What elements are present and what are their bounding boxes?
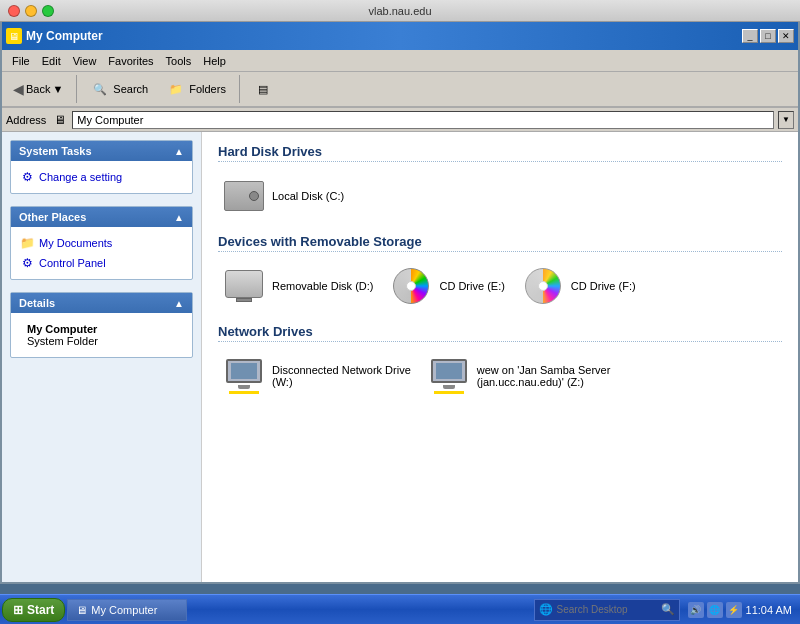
system-tasks-panel: System Tasks ▲ ⚙ Change a setting (10, 140, 193, 194)
cd-drive-f-item[interactable]: CD Drive (F:) (517, 264, 640, 308)
cd-drive-e-item[interactable]: CD Drive (E:) (385, 264, 508, 308)
menu-edit[interactable]: Edit (36, 53, 67, 69)
system-tasks-title: System Tasks (19, 145, 92, 157)
mac-minimize-button[interactable] (25, 5, 37, 17)
network-drive-w-row: Disconnected Network Drive(W:) (222, 358, 411, 394)
content-area: System Tasks ▲ ⚙ Change a setting Other … (2, 132, 798, 582)
cd-f-hole (538, 281, 548, 291)
details-info: My Computer System Folder (19, 319, 184, 351)
floppy-shape (225, 270, 263, 298)
cable-z (434, 391, 464, 394)
control-panel-label: Control Panel (39, 257, 106, 269)
other-places-title: Other Places (19, 211, 86, 223)
taskbar-search-area[interactable]: 🌐 🔍 (534, 599, 680, 621)
menubar: File Edit View Favorites Tools Help (2, 50, 798, 72)
start-button[interactable]: ⊞ Start (2, 598, 65, 622)
back-label: Back (26, 83, 50, 95)
window-title: My Computer (26, 29, 742, 43)
window-controls[interactable]: _ □ ✕ (742, 29, 794, 43)
other-places-collapse-icon[interactable]: ▲ (174, 212, 184, 223)
hdd-shape (224, 181, 264, 211)
toolbar: ◀ Back ▼ 🔍 Search 📁 Folders ▤ (2, 72, 798, 108)
monitor-screen-z (436, 363, 462, 379)
taskbar-my-computer[interactable]: 🖥 My Computer (67, 599, 187, 621)
monitor-w (226, 359, 262, 383)
minimize-button[interactable]: _ (742, 29, 758, 43)
taskbar-search-icon[interactable]: 🔍 (661, 603, 675, 616)
toolbar-separator-2 (239, 75, 240, 103)
mac-titlebar: vlab.nau.edu (0, 0, 800, 22)
menu-help[interactable]: Help (197, 53, 232, 69)
mac-close-button[interactable] (8, 5, 20, 17)
search-button[interactable]: 🔍 Search (83, 75, 155, 103)
network-drive-z-row: wew on 'Jan Samba Server(jan.ucc.nau.edu… (427, 358, 611, 394)
mac-title-text: vlab.nau.edu (369, 5, 432, 17)
change-setting-icon: ⚙ (19, 169, 35, 185)
taskbar-time: 11:04 AM (746, 604, 792, 616)
system-tasks-header: System Tasks ▲ (11, 141, 192, 161)
network-drive-z-item[interactable]: wew on 'Jan Samba Server(jan.ucc.nau.edu… (423, 354, 615, 398)
control-panel-item[interactable]: ⚙ Control Panel (19, 253, 184, 273)
network-computer-z (431, 359, 467, 394)
folders-label: Folders (189, 83, 226, 95)
tray-network-icon[interactable]: 🌐 (707, 602, 723, 618)
other-places-header: Other Places ▲ (11, 207, 192, 227)
address-label: Address (6, 114, 46, 126)
network-drive-z-label: wew on 'Jan Samba Server(jan.ucc.nau.edu… (477, 364, 611, 388)
maximize-button[interactable]: □ (760, 29, 776, 43)
folders-button[interactable]: 📁 Folders (159, 75, 233, 103)
taskbar: ⊞ Start 🖥 My Computer 🌐 🔍 🔊 🌐 ⚡ 11:04 AM (0, 594, 800, 624)
network-computer-w (226, 359, 262, 394)
details-name: My Computer (27, 323, 176, 335)
back-button[interactable]: ◀ Back ▼ (6, 75, 70, 103)
my-documents-icon: 📁 (19, 235, 35, 251)
removable-drive-grid: Removable Disk (D:) CD Drive (E:) (218, 256, 782, 316)
taskbar-globe-icon: 🌐 (539, 603, 553, 616)
taskbar-window-label: My Computer (91, 604, 157, 616)
menu-view[interactable]: View (67, 53, 103, 69)
local-disk-c-item[interactable]: Local Disk (C:) (218, 174, 348, 218)
control-panel-icon: ⚙ (19, 255, 35, 271)
cd-e-icon (389, 268, 433, 304)
change-setting-item[interactable]: ⚙ Change a setting (19, 167, 184, 187)
my-documents-label: My Documents (39, 237, 112, 249)
win-titlebar: 🖥 My Computer _ □ ✕ (2, 22, 798, 50)
hard-disk-grid: Local Disk (C:) (218, 166, 782, 226)
floppy-d-icon (222, 268, 266, 304)
local-disk-c-label: Local Disk (C:) (272, 190, 344, 202)
change-setting-label: Change a setting (39, 171, 122, 183)
back-dropdown-icon: ▼ (52, 83, 63, 95)
removable-disk-d-label: Removable Disk (D:) (272, 280, 373, 292)
menu-tools[interactable]: Tools (160, 53, 198, 69)
tray-sound-icon[interactable]: 🔊 (688, 602, 704, 618)
mac-maximize-button[interactable] (42, 5, 54, 17)
left-panel: System Tasks ▲ ⚙ Change a setting Other … (2, 132, 202, 582)
network-drive-w-item[interactable]: Disconnected Network Drive(W:) (218, 354, 415, 398)
right-panel: Hard Disk Drives Local Disk (C:) Devices… (202, 132, 798, 582)
tray-power-icon[interactable]: ⚡ (726, 602, 742, 618)
net-drive-w-icon (222, 358, 266, 394)
menu-favorites[interactable]: Favorites (102, 53, 159, 69)
monitor-stand-w (238, 385, 250, 389)
net-drive-z-icon (427, 358, 471, 394)
cd-f-icon (521, 268, 565, 304)
address-dropdown[interactable]: ▼ (778, 111, 794, 129)
address-input[interactable]: My Computer (72, 111, 774, 129)
removable-section-title: Devices with Removable Storage (218, 234, 782, 252)
removable-disk-d-item[interactable]: Removable Disk (D:) (218, 264, 377, 308)
mac-window-controls[interactable] (8, 5, 54, 17)
my-documents-item[interactable]: 📁 My Documents (19, 233, 184, 253)
cd-hole (406, 281, 416, 291)
details-collapse-icon[interactable]: ▲ (174, 298, 184, 309)
system-tasks-collapse-icon[interactable]: ▲ (174, 146, 184, 157)
close-button[interactable]: ✕ (778, 29, 794, 43)
view-button[interactable]: ▤ (246, 75, 283, 103)
menu-file[interactable]: File (6, 53, 36, 69)
network-drive-grid: Disconnected Network Drive(W:) (218, 346, 782, 406)
window-icon: 🖥 (6, 28, 22, 44)
monitor-stand-z (443, 385, 455, 389)
addressbar: Address 🖥 My Computer ▼ (2, 108, 798, 132)
monitor-screen-w (231, 363, 257, 379)
taskbar-search-input[interactable] (557, 604, 657, 615)
system-tray: 🔊 🌐 ⚡ 11:04 AM (682, 602, 798, 618)
